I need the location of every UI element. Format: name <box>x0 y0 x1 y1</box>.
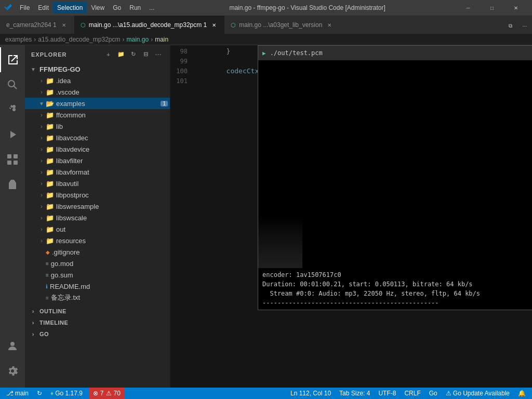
tab-size-item[interactable]: Tab Size: 4 <box>337 390 372 397</box>
item-name-vscode: .vscode <box>56 88 170 96</box>
breadcrumb-examples[interactable]: examples <box>5 36 32 43</box>
activity-accounts[interactable] <box>0 334 25 358</box>
svg-line-1 <box>14 86 17 89</box>
collapse-all-button[interactable]: ⊟ <box>141 49 151 60</box>
sidebar-item-libpostproc[interactable]: › 📁 libpostproc <box>25 189 170 201</box>
sidebar-item-libavformat[interactable]: › 📁 libavformat <box>25 166 170 178</box>
activity-test[interactable] <box>0 172 25 197</box>
menu-go[interactable]: Go <box>109 2 125 14</box>
close-button[interactable]: ✕ <box>504 0 528 16</box>
menu-file[interactable]: File <box>16 2 34 14</box>
go-version-item[interactable]: ♦ Go 1.17.9 <box>48 390 85 397</box>
sidebar-item-out[interactable]: › 📁 out <box>25 223 170 235</box>
item-name-gitignore: .gitignore <box>52 248 170 256</box>
menu-edit[interactable]: Edit <box>34 2 53 14</box>
tab-main-audio[interactable]: ⬡ main.go ...\a15.audio_decode_mp32pcm 1… <box>74 16 225 34</box>
menu-run[interactable]: Run <box>125 2 145 14</box>
maximize-button[interactable]: □ <box>480 0 504 16</box>
sidebar-item-libswscale[interactable]: › 📁 libswscale <box>25 212 170 223</box>
tab-camera-close[interactable]: ✕ <box>60 21 68 29</box>
section-timeline-label: TIMELINE <box>39 320 68 326</box>
terminal-icon: ▶ <box>262 50 266 57</box>
git-branch-item[interactable]: ⎇ main <box>4 390 31 397</box>
more-actions-button[interactable]: ··· <box>153 49 164 60</box>
terminal-black-area <box>258 60 532 268</box>
item-name-lib: lib <box>56 123 170 130</box>
tab-main-lib[interactable]: ⬡ main.go ...\a03get_lib_version ✕ <box>224 16 340 34</box>
encoding-item[interactable]: UTF-8 <box>376 390 398 397</box>
go-version-label: Go 1.17.9 <box>55 390 83 397</box>
sidebar-item-ffcommon[interactable]: › 📁 ffcommon <box>25 109 170 121</box>
tab-main-audio-close[interactable]: ✕ <box>210 21 218 29</box>
sync-item[interactable]: ↻ <box>35 390 44 397</box>
breadcrumb-file[interactable]: main.go <box>126 36 149 43</box>
more-tabs-button[interactable]: ··· <box>517 18 532 34</box>
item-name-libavfilter: libavfilter <box>56 157 170 165</box>
sidebar-item-readme[interactable]: ℹ README.md <box>25 281 170 292</box>
notification-bell[interactable]: 🔔 <box>516 390 528 397</box>
terminal-prompt[interactable]: □ <box>262 308 532 310</box>
folder-icon-vscode: 📁 <box>46 88 54 96</box>
new-folder-button[interactable]: 📁 <box>116 49 126 60</box>
svg-rect-2 <box>7 154 11 158</box>
tab-camera[interactable]: e_camera2h264 1 ✕ <box>0 16 74 34</box>
sidebar-item-idea[interactable]: › 📁 .idea <box>25 75 170 86</box>
position-item[interactable]: Ln 112, Col 10 <box>288 390 333 397</box>
error-warning-item[interactable]: ⊗ 7 ⚠ 70 <box>89 388 125 399</box>
item-name-examples: examples <box>56 100 161 108</box>
section-outline[interactable]: › OUTLINE <box>25 305 170 317</box>
line-ending-item[interactable]: CRLF <box>402 390 422 397</box>
breadcrumb-folder[interactable]: a15.audio_decode_mp32pcm <box>38 36 120 43</box>
language-item[interactable]: Go <box>427 390 440 397</box>
activity-explorer[interactable] <box>0 47 25 72</box>
activity-search[interactable] <box>0 72 25 97</box>
breadcrumb-sep3: › <box>151 36 153 43</box>
section-outline-label: OUTLINE <box>39 308 66 314</box>
sidebar-item-gosum[interactable]: ≡ go.sum <box>25 269 170 281</box>
section-timeline[interactable]: › TIMELINE <box>25 317 170 328</box>
tab-main-lib-label: main.go ...\a03get_lib_version <box>239 21 322 29</box>
section-go[interactable]: › GO <box>25 328 170 340</box>
activity-run[interactable] <box>0 122 25 147</box>
update-item[interactable]: ⚠ Go Update Available <box>444 390 512 397</box>
activity-extensions[interactable] <box>0 147 25 172</box>
sidebar-item-examples[interactable]: ▼ 📂 examples 1 <box>25 98 170 109</box>
sidebar-item-lib[interactable]: › 📁 lib <box>25 121 170 132</box>
sidebar-item-libavutil[interactable]: › 📁 libavutil <box>25 178 170 189</box>
breadcrumb-symbol[interactable]: main <box>155 36 168 43</box>
terminal-window[interactable]: ▶ ./out/test.pcm ─ □ ✕ encoder: 1av1 <box>258 45 532 310</box>
sidebar-item-gitignore[interactable]: ◆ .gitignore <box>25 246 170 258</box>
new-file-button[interactable]: + <box>103 49 114 60</box>
terminal-line-sep: ----------------------------------------… <box>262 298 532 308</box>
warning-icon: ⚠ <box>106 390 112 397</box>
error-icon: ⊗ <box>93 390 98 397</box>
activity-source-control[interactable] <box>0 97 25 122</box>
activity-settings[interactable] <box>0 358 25 383</box>
menu-more[interactable]: ... <box>145 2 158 14</box>
sidebar-item-vscode[interactable]: › 📁 .vscode <box>25 86 170 98</box>
tree-root[interactable]: ▼ FFMPEG-GO <box>25 63 170 75</box>
sidebar-item-libavfilter[interactable]: › 📁 libavfilter <box>25 155 170 166</box>
folder-icon-libswscale: 📁 <box>46 214 54 222</box>
folder-icon-idea: 📁 <box>46 77 54 85</box>
tab-main-lib-close[interactable]: ✕ <box>325 21 334 29</box>
sidebar-item-resources[interactable]: › 📁 resources <box>25 235 170 246</box>
editor-content[interactable]: 98 } 99 100 codecCtx = codec.AvcodecAllo… <box>170 45 532 388</box>
sidebar-header: EXPLORER + 📁 ↻ ⊟ ··· <box>25 45 170 63</box>
sidebar-item-libswresample[interactable]: › 📁 libswresample <box>25 201 170 212</box>
minimize-button[interactable]: ─ <box>456 0 480 16</box>
sidebar-item-notes[interactable]: ≡ 备忘录.txt <box>25 292 170 303</box>
encoding-label: UTF-8 <box>378 390 396 397</box>
error-count: 7 <box>100 390 104 397</box>
refresh-button[interactable]: ↻ <box>128 49 139 60</box>
menu-selection[interactable]: Selection <box>53 2 87 14</box>
terminal-minimize-button[interactable]: ─ <box>528 48 532 58</box>
terminal-line-encoder: encoder: 1av1507617c0 <box>262 270 532 280</box>
sidebar-item-gomod[interactable]: ≡ go.mod <box>25 258 170 269</box>
sidebar-item-libavdevice[interactable]: › 📁 libavdevice <box>25 143 170 155</box>
menu-view[interactable]: View <box>87 2 109 14</box>
split-editor-button[interactable]: ⧉ <box>503 18 517 34</box>
svg-rect-5 <box>14 161 18 165</box>
sidebar-item-libavcodec[interactable]: › 📁 libavcodec <box>25 132 170 143</box>
git-branch-icon: ⎇ <box>6 390 14 397</box>
